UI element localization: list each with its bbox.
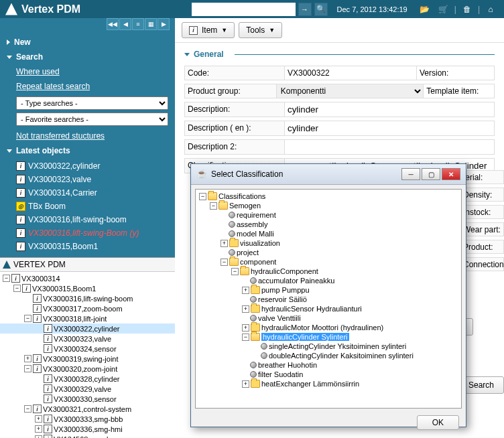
tree-node[interactable]: −iVX3000318,lift-joint: [0, 313, 175, 323]
folder-icon: [208, 192, 217, 200]
nav-prev-button[interactable]: ◀: [119, 18, 131, 30]
class-node[interactable]: +visualization: [198, 238, 459, 248]
nav-grid-button[interactable]: ▦: [145, 18, 157, 30]
latest-item[interactable]: iVX3000323,valve: [0, 173, 175, 186]
class-node[interactable]: −Classifications: [198, 192, 459, 201]
folder-icon: [251, 323, 260, 332]
tree-node[interactable]: −iVX3000320,zoom-joint: [0, 364, 175, 374]
label-description2: Description 2:: [184, 139, 285, 155]
class-node[interactable]: doubleActingCylinder Kaksitoiminen sylin…: [198, 351, 459, 360]
ok-button[interactable]: OK: [417, 415, 459, 430]
class-node[interactable]: +heatExchanger Lämmönsiirrin: [198, 379, 459, 388]
class-node[interactable]: filter Suodatin: [198, 370, 459, 379]
latest-item[interactable]: iVX3000314,Carrier: [0, 186, 175, 200]
tree-node[interactable]: +iVX134568,smg-boom: [0, 434, 175, 438]
tree-node[interactable]: iVX3000328,cylinder: [0, 374, 175, 384]
tree-node[interactable]: +iVX3000336,smg-hmi: [0, 424, 175, 434]
logo-icon: [5, 3, 17, 15]
sidebar-search[interactable]: Search: [0, 50, 175, 64]
folder-icon: [229, 258, 239, 266]
favorite-searches-select[interactable]: - Favorite searches -: [16, 113, 168, 126]
sidebar-repeat-search[interactable]: Repeat latest search: [0, 79, 175, 94]
tree-node[interactable]: iVX3000324,sensor: [0, 344, 175, 354]
item-menu-button[interactable]: iItem▼: [182, 22, 235, 38]
tree-node[interactable]: +iVX3000319,swing-joint: [0, 354, 175, 364]
sidebar: ◀◀ ◀ ≡ ▦ ▶ New Search Where used Repeat …: [0, 18, 175, 438]
classification-dialog: Select Classification ─ ▢ ✕ −Classificat…: [190, 163, 466, 427]
class-node[interactable]: +hydraulicSensor Hydraulianturi: [198, 304, 459, 313]
search-button[interactable]: 🔍: [314, 3, 328, 16]
tree-node-selected[interactable]: iVX3000322,cylinder: [0, 323, 175, 334]
tree-panel: VERTEX PDM −iVX3000314 −iVX3000315,Boom1…: [0, 257, 175, 438]
input-description[interactable]: [285, 102, 495, 117]
tree-root-header[interactable]: VERTEX PDM: [0, 258, 175, 272]
class-node[interactable]: singleActingCylinder Yksitoiminen sylint…: [198, 342, 459, 351]
select-product-group[interactable]: Komponentti: [277, 84, 424, 98]
class-node[interactable]: requirement: [198, 210, 459, 220]
maximize-button[interactable]: ▢: [422, 168, 440, 180]
class-node[interactable]: −hydraulicComponent: [198, 267, 459, 276]
dialog-title: Select Classification: [211, 169, 397, 179]
value-code: VX3000322: [285, 66, 417, 80]
section-general[interactable]: General: [184, 50, 495, 59]
tree-node[interactable]: +iVX3000333,smg-bbb: [0, 414, 175, 424]
class-node[interactable]: reservoir Säiliö: [198, 295, 459, 304]
dialog-titlebar[interactable]: Select Classification ─ ▢ ✕: [191, 164, 466, 185]
latest-item[interactable]: iVX3000316,lift-swing-boom: [0, 213, 175, 226]
cart-icon[interactable]: 🛒: [438, 3, 450, 15]
chevron-down-icon: ▼: [221, 27, 227, 33]
folder-icon[interactable]: 📂: [419, 3, 431, 15]
class-node[interactable]: −component: [198, 257, 459, 267]
class-node[interactable]: project: [198, 248, 459, 257]
class-node[interactable]: assembly: [198, 220, 459, 229]
tree-node[interactable]: iVX3000317,zoom-boom: [0, 303, 175, 313]
label-code: Code:: [184, 66, 285, 80]
label-product-group: Product group:: [184, 84, 277, 98]
app-header: Vertex PDM → 🔍 Dec 7, 2012 13:42:19 📂 🛒 …: [0, 0, 504, 18]
class-node[interactable]: accumulator Paineakku: [198, 276, 459, 285]
tree-node[interactable]: iVX3000316,lift-swing-boom: [0, 293, 175, 303]
latest-item[interactable]: iVX3000322,cylinder: [0, 159, 175, 173]
folder-icon: [240, 267, 249, 275]
close-button[interactable]: ✕: [442, 168, 460, 180]
sidebar-not-transferred[interactable]: Not transferred stuctures: [0, 129, 175, 143]
home-icon[interactable]: ⌂: [485, 3, 497, 15]
leaf-icon: [229, 230, 235, 237]
info-icon: i: [189, 26, 198, 35]
datetime-label: Dec 7, 2012 13:42:19: [337, 5, 407, 13]
tree-node[interactable]: −iVX3000315,Boom1: [0, 283, 175, 293]
class-node[interactable]: +hydraulicMotor Moottori (hydraulinen): [198, 323, 459, 332]
global-search-input[interactable]: [192, 3, 296, 16]
nav-next-button[interactable]: ▶: [158, 18, 170, 30]
class-node[interactable]: −Semogen: [198, 201, 459, 210]
tree-node[interactable]: −iVX3000314: [0, 273, 175, 283]
trash-icon[interactable]: 🗑: [461, 3, 473, 15]
search-go-button[interactable]: →: [298, 3, 312, 16]
type-searches-select[interactable]: - Type searches -: [16, 96, 168, 110]
class-node[interactable]: +pump Pumppu: [198, 285, 459, 295]
class-node-selected[interactable]: −hydraulicCylinder Sylinteri: [198, 332, 459, 342]
sidebar-latest[interactable]: Latest objects: [0, 143, 175, 158]
sidebar-new[interactable]: New: [0, 35, 175, 50]
class-node[interactable]: model Malli: [198, 229, 459, 238]
folder-icon: [251, 286, 260, 294]
nav-list-button[interactable]: ≡: [132, 18, 144, 30]
latest-item[interactable]: iVX3000316,lift-swing-Boom (y): [0, 226, 175, 240]
label-density: Density:: [460, 188, 504, 202]
label-instock: Instock:: [460, 205, 504, 219]
label-version: Version:: [417, 66, 495, 80]
class-node[interactable]: breather Huohotin: [198, 360, 459, 370]
tree-node[interactable]: iVX3000330,sensor: [0, 394, 175, 404]
minimize-button[interactable]: ─: [401, 168, 420, 180]
tree-node[interactable]: iVX3000329,valve: [0, 384, 175, 394]
tools-menu-button[interactable]: Tools▼: [239, 22, 282, 38]
class-node[interactable]: valve Venttiili: [198, 313, 459, 323]
latest-item[interactable]: iVX3000315,Boom1: [0, 240, 175, 253]
tree-node[interactable]: −iVX3000321,control-system: [0, 404, 175, 414]
input-description2[interactable]: [285, 139, 495, 155]
tree-node[interactable]: iVX3000323,valve: [0, 334, 175, 344]
input-description-en[interactable]: [285, 121, 495, 136]
sidebar-where-used[interactable]: Where used: [0, 64, 175, 79]
nav-first-button[interactable]: ◀◀: [107, 18, 119, 30]
latest-item[interactable]: ◎TBx Boom: [0, 200, 175, 213]
